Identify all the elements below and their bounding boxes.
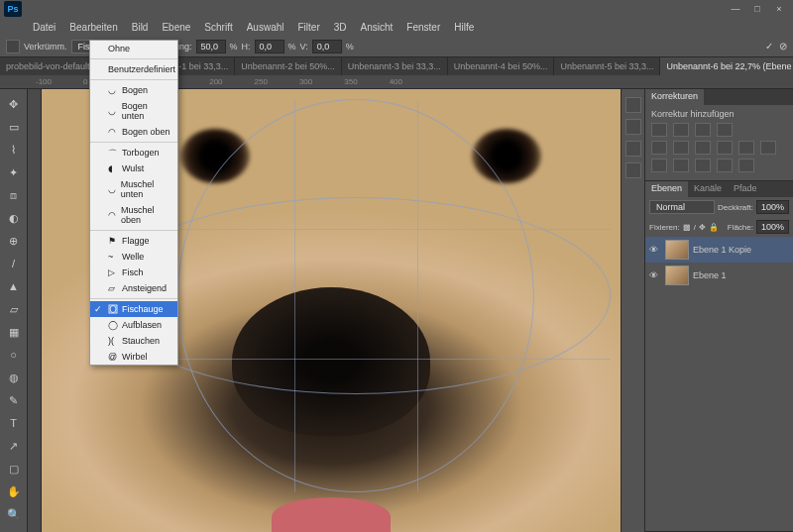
layer-row[interactable]: 👁 Ebene 1 <box>645 263 793 288</box>
path-tool[interactable]: ↗ <box>3 435 25 457</box>
eyedropper-tool[interactable]: ◐ <box>3 207 25 229</box>
pen-tool[interactable]: ✎ <box>3 389 25 411</box>
heal-tool[interactable]: ⊕ <box>3 230 25 252</box>
minimize-button[interactable]: — <box>726 2 745 16</box>
warp-option[interactable]: ◡Bogen unten <box>90 98 177 124</box>
lock-transparent-icon[interactable]: ▩ <box>683 223 691 232</box>
fill-input[interactable]: 100% <box>756 220 789 234</box>
rise-icon: ▱ <box>108 283 118 293</box>
colorbalance-icon[interactable] <box>695 141 711 155</box>
vibrance-icon[interactable] <box>651 141 667 155</box>
marquee-tool[interactable]: ▭ <box>3 116 25 138</box>
warp-option[interactable]: ~Welle <box>90 249 177 265</box>
check-icon: ✓ <box>94 304 102 314</box>
color-panel-icon[interactable] <box>625 97 641 113</box>
bw-icon[interactable] <box>717 141 733 155</box>
type-tool[interactable]: T <box>3 412 25 434</box>
h-input[interactable]: 0,0 <box>255 40 284 53</box>
doc-tab[interactable]: Unbenannt-2 bei 50%... <box>235 57 342 75</box>
visibility-icon[interactable]: 👁 <box>649 245 661 255</box>
brush-tool[interactable]: / <box>3 253 25 274</box>
warp-option[interactable]: ◠Bogen oben <box>90 124 177 140</box>
gradient-tool[interactable]: ▦ <box>3 321 25 343</box>
menu-auswahl[interactable]: Auswahl <box>240 22 291 33</box>
curves-icon[interactable] <box>695 123 711 137</box>
menu-3d[interactable]: 3D <box>327 22 354 33</box>
warp-option[interactable]: @Wirbel <box>90 349 177 365</box>
warp-option[interactable]: ⌒Torbogen <box>90 145 177 160</box>
warp-option-none[interactable]: Ohne <box>90 41 177 56</box>
dodge-tool[interactable]: ◍ <box>3 367 25 388</box>
ebenen-tab[interactable]: Ebenen <box>645 181 688 197</box>
menu-filter[interactable]: Filter <box>291 22 327 33</box>
doc-tab[interactable]: Unbenannt-5 bei 33,3... <box>554 57 660 75</box>
kanaele-tab[interactable]: Kanäle <box>688 181 728 197</box>
wand-tool[interactable]: ✦ <box>3 161 25 183</box>
menu-datei[interactable]: Datei <box>26 22 62 33</box>
photofilter-icon[interactable] <box>738 141 754 155</box>
warp-option-custom[interactable]: Benutzerdefiniert <box>90 61 177 77</box>
lasso-tool[interactable]: ⌇ <box>3 139 25 160</box>
menu-schrift[interactable]: Schrift <box>197 22 239 33</box>
posterize-icon[interactable] <box>673 159 689 172</box>
threshold-icon[interactable] <box>695 159 711 172</box>
layer-row[interactable]: 👁 Ebene 1 Kopie <box>645 237 793 263</box>
eraser-tool[interactable]: ▱ <box>3 298 25 320</box>
lock-position-icon[interactable]: ✥ <box>699 223 706 232</box>
history-panel-icon[interactable] <box>625 141 641 157</box>
menu-ebene[interactable]: Ebene <box>155 22 197 33</box>
channelmixer-icon[interactable] <box>760 141 776 155</box>
warp-option[interactable]: ⚑Flagge <box>90 233 177 249</box>
properties-panel-icon[interactable] <box>625 162 641 178</box>
warp-option[interactable]: ◡Bogen <box>90 82 177 98</box>
warp-option[interactable]: )(Stauchen <box>90 333 177 349</box>
levels-icon[interactable] <box>673 123 689 137</box>
warp-option[interactable]: ▱Ansteigend <box>90 280 177 296</box>
lock-pixels-icon[interactable]: / <box>694 223 696 232</box>
visibility-icon[interactable]: 👁 <box>649 270 661 280</box>
v-label: V: <box>300 42 308 52</box>
commit-icon[interactable]: ✓ <box>765 41 773 52</box>
lock-all-icon[interactable]: 🔒 <box>709 223 719 232</box>
cancel-icon[interactable]: ⊘ <box>779 41 787 52</box>
close-button[interactable]: × <box>769 2 789 16</box>
selective-icon[interactable] <box>738 159 754 172</box>
move-tool[interactable]: ✥ <box>3 93 25 115</box>
gradientmap-icon[interactable] <box>717 159 733 172</box>
h-label: H: <box>242 42 251 52</box>
menu-bild[interactable]: Bild <box>125 22 156 33</box>
pfade-tab[interactable]: Pfade <box>728 181 763 197</box>
menu-bearbeiten[interactable]: Bearbeiten <box>62 22 124 33</box>
warp-option[interactable]: ◖Wulst <box>90 160 177 176</box>
stamp-tool[interactable]: ▲ <box>3 275 25 297</box>
doc-tab[interactable]: Unbenannt-3 bei 33,3... <box>342 57 448 75</box>
menu-fenster[interactable]: Fenster <box>399 22 447 33</box>
doc-tab[interactable]: Unbenannt-4 bei 50%... <box>448 57 555 75</box>
collapsed-panels <box>621 89 644 532</box>
shape-tool[interactable]: ▢ <box>3 458 25 479</box>
warp-option[interactable]: ▷Fisch <box>90 265 177 280</box>
opacity-input[interactable]: 100% <box>756 200 789 214</box>
lock-label: Fixieren: <box>649 223 680 232</box>
zoom-tool[interactable]: 🔍 <box>3 503 25 525</box>
blur-tool[interactable]: ○ <box>3 344 25 366</box>
warp-option-selected[interactable]: ✓Fischauge <box>90 301 177 317</box>
warp-option[interactable]: ◯Aufblasen <box>90 317 177 333</box>
hue-icon[interactable] <box>673 141 689 155</box>
menu-hilfe[interactable]: Hilfe <box>447 22 481 33</box>
korrekturen-tab[interactable]: Korrekturen <box>645 89 704 105</box>
warp-option[interactable]: ◡Muschel unten <box>90 176 177 202</box>
blend-mode-dropdown[interactable]: Normal <box>649 200 715 214</box>
doc-tab-active[interactable]: Unbenannt-6 bei 22,7% (Ebene 1 Kopie, RG… <box>660 57 793 75</box>
exposure-icon[interactable] <box>717 123 733 137</box>
v-input[interactable]: 0,0 <box>312 40 342 53</box>
bend-input[interactable]: 50,0 <box>196 40 226 53</box>
swatches-panel-icon[interactable] <box>625 119 641 135</box>
crop-tool[interactable]: ⧈ <box>3 184 25 206</box>
invert-icon[interactable] <box>651 159 667 172</box>
menu-ansicht[interactable]: Ansicht <box>354 22 400 33</box>
maximize-button[interactable]: □ <box>747 2 767 16</box>
warp-option[interactable]: ◠Muschel oben <box>90 202 177 228</box>
hand-tool[interactable]: ✋ <box>3 480 25 502</box>
brightness-icon[interactable] <box>651 123 667 137</box>
